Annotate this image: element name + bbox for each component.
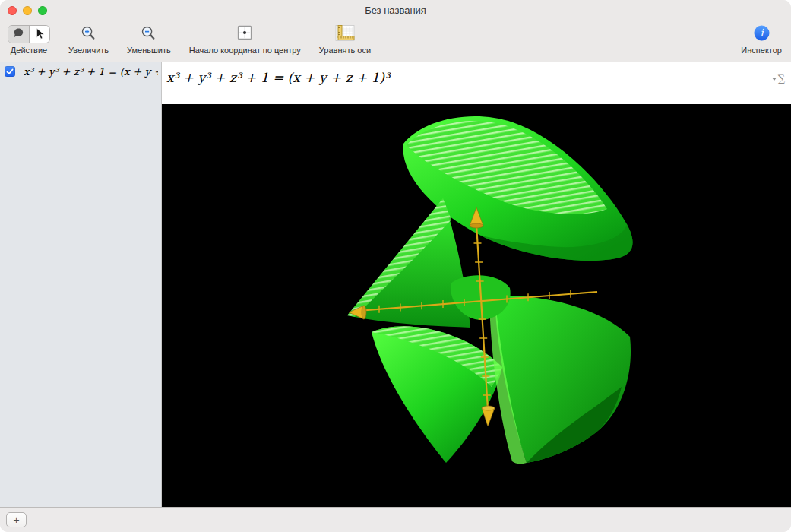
move-tool-icon (11, 27, 26, 42)
equation-palette-button[interactable]: ∑ (772, 73, 785, 84)
close-button[interactable] (8, 6, 17, 15)
zoom-out-tool-group: Уменьшить (127, 24, 171, 55)
move-tool-button[interactable] (8, 26, 29, 43)
equalize-axes-tool-group: Уравнять оси (319, 24, 371, 55)
action-segmented-control (8, 25, 50, 43)
graph-main-area: x³ + y³ + z³ + 1 = (x + y + z + 1)³ ∑ (162, 62, 791, 507)
equation-editor-bar[interactable]: x³ + y³ + z³ + 1 = (x + y + z + 1)³ ∑ (162, 62, 791, 104)
center-origin-label: Начало координат по центру (189, 46, 301, 55)
arrow-cursor-icon (33, 27, 46, 43)
info-icon: i (753, 24, 770, 44)
plot-3d-svg (162, 104, 791, 507)
equalize-axes-icon (334, 24, 356, 45)
center-origin-button[interactable] (235, 24, 255, 44)
zoom-out-button[interactable] (140, 24, 157, 44)
equation-list-item[interactable]: x³ + y³ + z³ + 1 = (x + y + z + 1)³ (0, 62, 161, 80)
center-origin-tool-group: Начало координат по центру (189, 24, 301, 55)
action-label: Действие (11, 46, 47, 55)
minimize-button[interactable] (23, 6, 32, 15)
zoom-in-button[interactable] (80, 24, 97, 44)
fullscreen-button[interactable] (38, 6, 47, 15)
sigma-icon: ∑ (778, 73, 785, 84)
inspector-button[interactable]: i (753, 24, 770, 44)
plot-canvas[interactable] (162, 104, 791, 507)
arrow-tool-button[interactable] (29, 26, 49, 43)
traffic-lights (8, 6, 47, 15)
toolbar: Действие Увеличить (0, 21, 791, 62)
inspector-tool-group: i Инспектор (741, 24, 782, 55)
center-origin-icon (235, 24, 255, 45)
titlebar[interactable]: Без названия (0, 0, 791, 21)
magnifier-plus-icon (80, 24, 97, 45)
content-area: x³ + y³ + z³ + 1 = (x + y + z + 1)³ x³ +… (0, 62, 791, 507)
equation-preview-text: x³ + y³ + z³ + 1 = (x + y + z + 1)³ (24, 65, 158, 78)
add-equation-button[interactable]: + (6, 512, 27, 527)
zoom-in-label: Увеличить (68, 46, 109, 55)
zoom-in-tool-group: Увеличить (68, 24, 109, 55)
equation-list-sidebar[interactable]: x³ + y³ + z³ + 1 = (x + y + z + 1)³ (0, 62, 162, 507)
checkmark-icon (6, 65, 14, 78)
equalize-axes-label: Уравнять оси (319, 46, 371, 55)
equalize-axes-button[interactable] (334, 24, 356, 44)
zoom-out-label: Уменьшить (127, 46, 171, 55)
equation-visibility-checkbox[interactable] (5, 66, 15, 77)
chevron-down-icon (772, 78, 777, 81)
bottom-bar: + (0, 507, 791, 532)
equation-editor-text[interactable]: x³ + y³ + z³ + 1 = (x + y + z + 1)³ (166, 70, 390, 85)
grapher-window: Без названия Действи (0, 0, 791, 532)
action-tool-group: Действие (8, 24, 50, 55)
window-title: Без названия (0, 0, 791, 21)
magnifier-minus-icon (140, 24, 157, 45)
inspector-label: Инспектор (741, 46, 782, 55)
